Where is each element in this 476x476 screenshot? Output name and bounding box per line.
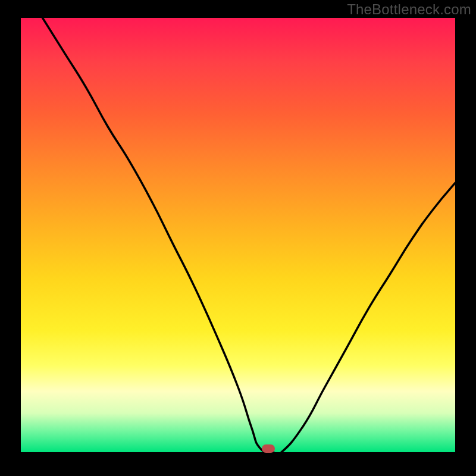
plot-area	[21, 18, 455, 452]
curve-layer	[21, 18, 455, 452]
chart-frame: TheBottleneck.com	[0, 0, 476, 476]
watermark-text: TheBottleneck.com	[347, 1, 471, 18]
optimal-marker	[262, 444, 275, 453]
bottleneck-curve	[43, 18, 456, 452]
